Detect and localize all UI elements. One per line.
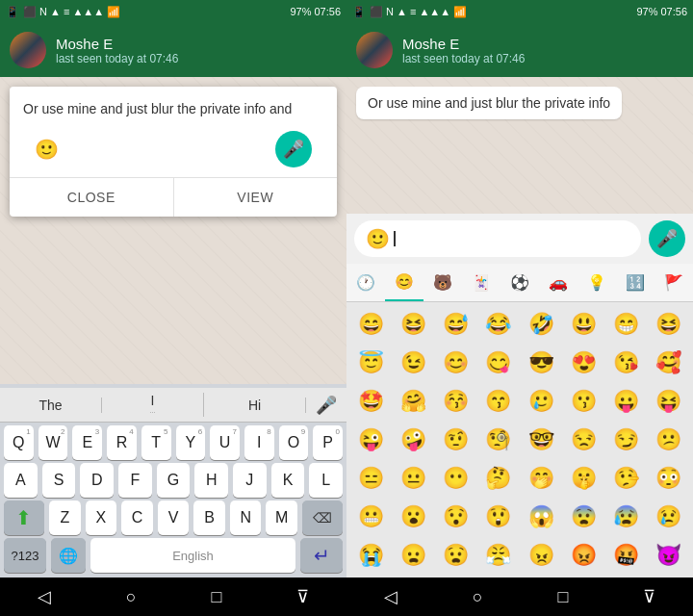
emoji-cell[interactable]: 🤥	[606, 460, 647, 497]
nav-menu-icon[interactable]: ⊽	[296, 586, 309, 607]
emoji-cell[interactable]: 😋	[478, 345, 519, 381]
emoji-cell[interactable]: 😗	[563, 383, 603, 420]
nav-back-icon[interactable]: ◁	[38, 586, 51, 607]
nav-menu-icon-right[interactable]: ⊽	[643, 586, 655, 607]
key-e[interactable]: 3E	[72, 425, 102, 460]
emoji-cell[interactable]: 😁	[606, 306, 647, 343]
emoji-cell[interactable]: 🤓	[521, 422, 561, 458]
emoji-cell[interactable]: 🤗	[393, 383, 433, 420]
emoji-cell[interactable]: 😢	[649, 499, 689, 535]
emoji-cell[interactable]: 😤	[478, 537, 519, 574]
view-button[interactable]: VIEW	[174, 178, 338, 217]
key-t[interactable]: 5T	[141, 425, 171, 460]
emoji-cell[interactable]: 😶	[436, 460, 476, 497]
emoji-cell[interactable]: 😙	[478, 383, 519, 420]
nav-home-icon-right[interactable]: ○	[473, 587, 483, 607]
key-p[interactable]: 0P	[313, 425, 343, 460]
emoji-cell[interactable]: 🤬	[606, 537, 647, 574]
emoji-cell[interactable]: 😊	[436, 345, 476, 381]
emoji-cell[interactable]: 🥰	[649, 345, 689, 381]
emoji-cell[interactable]: 😳	[649, 460, 689, 497]
emoji-cell[interactable]: 🤩	[350, 383, 391, 420]
emoji-cell[interactable]: 😬	[350, 499, 391, 535]
key-c[interactable]: C	[121, 500, 153, 535]
emoji-cell[interactable]: 🤔	[478, 460, 519, 497]
emoji-cell[interactable]: 😨	[563, 499, 603, 535]
chat-header-right[interactable]: Moshe E last seen today at 07:46	[346, 23, 693, 77]
key-123[interactable]: ?123	[4, 538, 46, 573]
emoji-cell[interactable]: 😱	[521, 499, 561, 535]
emoji-cell[interactable]: 😂	[478, 306, 519, 343]
key-globe[interactable]: 🌐	[51, 538, 86, 573]
emoji-cell[interactable]: 😇	[350, 345, 391, 381]
keyboard-mic-icon[interactable]: 🎤	[306, 395, 346, 416]
input-field-right[interactable]: 🙂	[354, 220, 641, 257]
emoji-cell[interactable]: 😆	[393, 306, 433, 343]
emoji-tab-symbols[interactable]: 🔢	[616, 264, 654, 301]
nav-recent-icon-right[interactable]: □	[557, 587, 568, 607]
emoji-cell[interactable]: 😛	[606, 383, 647, 420]
emoji-cell[interactable]: 🧐	[478, 422, 519, 458]
nav-home-icon[interactable]: ○	[126, 587, 137, 607]
key-r[interactable]: 4R	[107, 425, 137, 460]
emoji-cell[interactable]: 🤪	[393, 422, 433, 458]
nav-recent-icon[interactable]: □	[211, 587, 221, 607]
nav-back-icon-right[interactable]: ◁	[384, 586, 398, 607]
key-a[interactable]: A	[4, 463, 38, 498]
emoji-cell[interactable]: 😈	[649, 537, 689, 574]
emoji-tab-flags[interactable]: 🚩	[654, 264, 693, 301]
key-enter[interactable]: ↵	[300, 538, 343, 573]
emoji-cell[interactable]: 😠	[521, 537, 561, 574]
key-g[interactable]: G	[157, 463, 191, 498]
emoji-cell[interactable]: 😐	[393, 460, 433, 497]
key-z[interactable]: Z	[49, 500, 81, 535]
key-q[interactable]: 1Q	[4, 425, 34, 460]
key-s[interactable]: S	[42, 463, 76, 498]
key-m[interactable]: M	[266, 500, 297, 535]
emoji-cell[interactable]: 😭	[350, 537, 391, 574]
emoji-cell[interactable]: 🤫	[563, 460, 603, 497]
emoji-cell[interactable]: 😉	[393, 345, 433, 381]
emoji-cell[interactable]: 😯	[436, 499, 476, 535]
emoji-cell[interactable]: 😃	[563, 306, 603, 343]
emoji-cell[interactable]: 😧	[436, 537, 476, 574]
emoji-cell[interactable]: 😡	[563, 537, 603, 574]
emoji-tab-travel[interactable]: 🚗	[539, 264, 578, 301]
emoji-tab-cards[interactable]: 🃏	[462, 264, 500, 301]
key-backspace[interactable]: ⌫	[302, 500, 343, 535]
key-shift[interactable]: ⬆	[4, 500, 44, 535]
emoji-cell[interactable]: 🤣	[521, 306, 561, 343]
emoji-cell[interactable]: 😅	[436, 306, 476, 343]
key-h[interactable]: H	[194, 463, 228, 498]
emoji-cell[interactable]: 😚	[436, 383, 476, 420]
suggestion-hi[interactable]: Hi	[204, 398, 306, 413]
chat-header-left[interactable]: Moshe E last seen today at 07:46	[0, 23, 346, 77]
emoji-tab-objects[interactable]: 💡	[578, 264, 616, 301]
emoji-cell[interactable]: 😜	[350, 422, 391, 458]
close-button[interactable]: CLOSE	[10, 178, 174, 217]
suggestion-i[interactable]: I ···	[102, 393, 204, 417]
emoji-cell[interactable]: 😏	[606, 422, 647, 458]
key-l[interactable]: L	[309, 463, 343, 498]
popup-input-preview[interactable]: 🙂 🎤	[23, 131, 323, 167]
emoji-btn-right[interactable]: 🙂	[366, 227, 390, 250]
emoji-tab-animals[interactable]: 🐻	[424, 264, 462, 301]
emoji-cell[interactable]: 😆	[649, 306, 689, 343]
emoji-tab-recent[interactable]: 🕐	[346, 264, 385, 301]
key-d[interactable]: D	[80, 463, 114, 498]
emoji-cell[interactable]: 😰	[606, 499, 647, 535]
key-k[interactable]: K	[271, 463, 305, 498]
emoji-cell[interactable]: 😦	[393, 537, 433, 574]
emoji-cell[interactable]: 🥲	[521, 383, 561, 420]
key-w[interactable]: 2W	[38, 425, 68, 460]
emoji-tab-smiley[interactable]: 😊	[385, 264, 424, 301]
key-y[interactable]: 6Y	[176, 425, 206, 460]
key-n[interactable]: N	[230, 500, 262, 535]
key-x[interactable]: X	[86, 500, 117, 535]
popup-mic-button[interactable]: 🎤	[275, 131, 312, 167]
popup-emoji-icon[interactable]: 🙂	[35, 138, 59, 161]
emoji-cell[interactable]: 😑	[350, 460, 391, 497]
emoji-cell[interactable]: 😕	[649, 422, 689, 458]
suggestion-the[interactable]: The	[0, 398, 102, 413]
emoji-cell[interactable]: 😒	[563, 422, 603, 458]
